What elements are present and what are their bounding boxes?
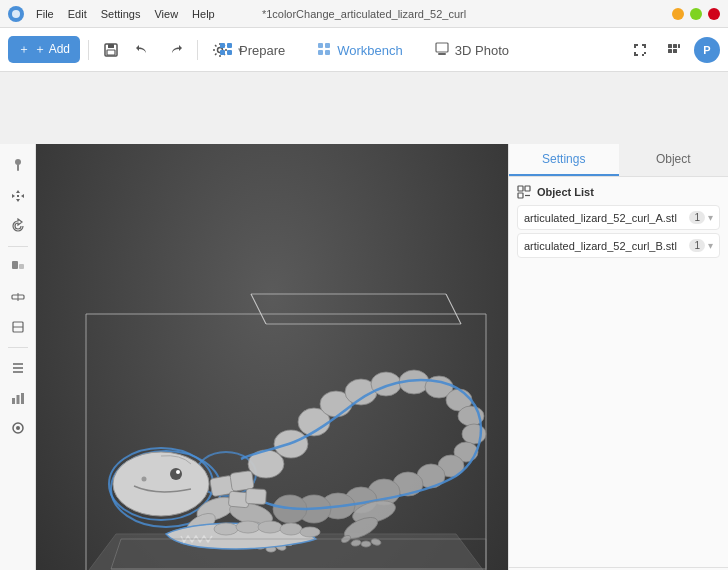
sidebar-sep-1 bbox=[8, 246, 28, 247]
svg-rect-8 bbox=[227, 50, 232, 55]
svg-point-54 bbox=[462, 424, 486, 444]
object-item-0[interactable]: articulated_lizard_52_curl_A.stl 1 ▾ bbox=[517, 205, 720, 230]
svg-rect-84 bbox=[246, 488, 267, 504]
svg-rect-7 bbox=[220, 50, 225, 55]
svg-rect-99 bbox=[518, 186, 523, 191]
menu-file[interactable]: File bbox=[30, 6, 60, 22]
object-item-1-chevron[interactable]: ▾ bbox=[708, 240, 713, 251]
svg-line-97 bbox=[251, 294, 266, 324]
user-avatar[interactable]: P bbox=[694, 37, 720, 63]
svg-point-66 bbox=[176, 470, 180, 474]
seam-tool[interactable] bbox=[4, 283, 32, 311]
svg-rect-14 bbox=[438, 53, 446, 55]
app-icon bbox=[8, 6, 24, 22]
svg-point-0 bbox=[12, 10, 20, 18]
support-tool[interactable] bbox=[4, 253, 32, 281]
svg-rect-19 bbox=[673, 49, 677, 53]
object-item-1-controls: 1 ▾ bbox=[689, 239, 713, 252]
sidebar-sep-2 bbox=[8, 347, 28, 348]
move-tool[interactable] bbox=[4, 182, 32, 210]
redo-button[interactable] bbox=[161, 36, 189, 64]
svg-rect-13 bbox=[436, 43, 448, 52]
object-view-tool[interactable] bbox=[4, 414, 32, 442]
svg-point-67 bbox=[142, 477, 147, 482]
expand-button[interactable] bbox=[626, 36, 654, 64]
prepare-icon bbox=[219, 42, 233, 59]
svg-rect-100 bbox=[525, 186, 530, 191]
rotate-tool[interactable] bbox=[4, 212, 32, 240]
svg-rect-16 bbox=[673, 44, 677, 48]
menu-edit[interactable]: Edit bbox=[62, 6, 93, 22]
svg-rect-15 bbox=[668, 44, 672, 48]
svg-rect-101 bbox=[518, 193, 523, 198]
grid-button[interactable] bbox=[660, 36, 688, 64]
svg-rect-21 bbox=[17, 164, 19, 171]
window-title: *1colorChange_articulated_lizard_52_curl bbox=[262, 8, 466, 20]
object-list-icon bbox=[517, 185, 531, 199]
svg-rect-3 bbox=[107, 50, 115, 55]
main-layout: 137 x 136 x 6 mm Settings Object Object … bbox=[0, 144, 728, 570]
svg-rect-2 bbox=[108, 44, 114, 48]
menu-bar: File Edit Settings View Help bbox=[8, 6, 221, 22]
menu-view[interactable]: View bbox=[148, 6, 184, 22]
svg-point-64 bbox=[113, 452, 209, 516]
viewport[interactable]: 137 x 136 x 6 mm bbox=[36, 144, 508, 570]
svg-rect-24 bbox=[19, 264, 24, 269]
toolbar-right: P bbox=[626, 36, 720, 64]
cut-tool[interactable] bbox=[4, 313, 32, 341]
svg-point-88 bbox=[280, 523, 302, 535]
svg-point-65 bbox=[170, 468, 182, 480]
svg-point-87 bbox=[258, 521, 282, 533]
svg-rect-33 bbox=[16, 395, 19, 404]
tab-workbench[interactable]: Workbench bbox=[301, 36, 419, 65]
right-panel: Settings Object Object List articulated_… bbox=[508, 144, 728, 570]
toolbar: ＋ ＋ Add ▾ Prepare Workbench bbox=[0, 28, 728, 72]
save-button[interactable] bbox=[97, 36, 125, 64]
window-controls bbox=[672, 8, 720, 20]
menu-help[interactable]: Help bbox=[186, 6, 221, 22]
object-list-header: Object List bbox=[517, 185, 720, 199]
svg-rect-22 bbox=[17, 195, 19, 197]
tab-3dphoto[interactable]: 3D Photo bbox=[419, 36, 525, 65]
menu-settings[interactable]: Settings bbox=[95, 6, 147, 22]
add-plus-icon: ＋ bbox=[18, 41, 30, 58]
svg-point-36 bbox=[16, 426, 20, 430]
minimize-button[interactable] bbox=[672, 8, 684, 20]
svg-rect-9 bbox=[318, 43, 323, 48]
svg-rect-17 bbox=[678, 44, 680, 48]
layer-tool[interactable] bbox=[4, 354, 32, 382]
svg-rect-5 bbox=[220, 43, 225, 48]
paint-brush-tool[interactable] bbox=[4, 152, 32, 180]
toolbar-sep-2 bbox=[197, 40, 198, 60]
panel-tab-settings[interactable]: Settings bbox=[509, 144, 619, 176]
svg-point-94 bbox=[361, 541, 371, 547]
undo-button[interactable] bbox=[129, 36, 157, 64]
panel-tabs: Settings Object bbox=[509, 144, 728, 177]
svg-rect-18 bbox=[668, 49, 672, 53]
title-bar: File Edit Settings View Help *1colorChan… bbox=[0, 0, 728, 28]
svg-rect-11 bbox=[318, 50, 323, 55]
svg-point-86 bbox=[236, 521, 260, 533]
svg-rect-34 bbox=[21, 393, 24, 404]
svg-point-89 bbox=[300, 527, 320, 537]
svg-rect-23 bbox=[12, 261, 18, 269]
left-sidebar bbox=[0, 144, 36, 570]
close-button[interactable] bbox=[708, 8, 720, 20]
toolbar-sep-1 bbox=[88, 40, 89, 60]
add-button[interactable]: ＋ ＋ Add bbox=[8, 36, 80, 63]
object-item-0-chevron[interactable]: ▾ bbox=[708, 212, 713, 223]
maximize-button[interactable] bbox=[690, 8, 702, 20]
svg-rect-10 bbox=[325, 43, 330, 48]
svg-rect-12 bbox=[325, 50, 330, 55]
object-item-0-controls: 1 ▾ bbox=[689, 211, 713, 224]
3dphoto-icon bbox=[435, 42, 449, 59]
tab-prepare[interactable]: Prepare bbox=[203, 36, 301, 65]
svg-point-85 bbox=[214, 523, 238, 535]
model-container bbox=[66, 194, 438, 570]
stats-tool[interactable] bbox=[4, 384, 32, 412]
svg-line-98 bbox=[446, 294, 461, 324]
svg-rect-6 bbox=[227, 43, 232, 48]
object-list-section: Object List articulated_lizard_52_curl_A… bbox=[509, 177, 728, 567]
panel-tab-object[interactable]: Object bbox=[619, 144, 729, 176]
object-item-1[interactable]: articulated_lizard_52_curl_B.stl 1 ▾ bbox=[517, 233, 720, 258]
